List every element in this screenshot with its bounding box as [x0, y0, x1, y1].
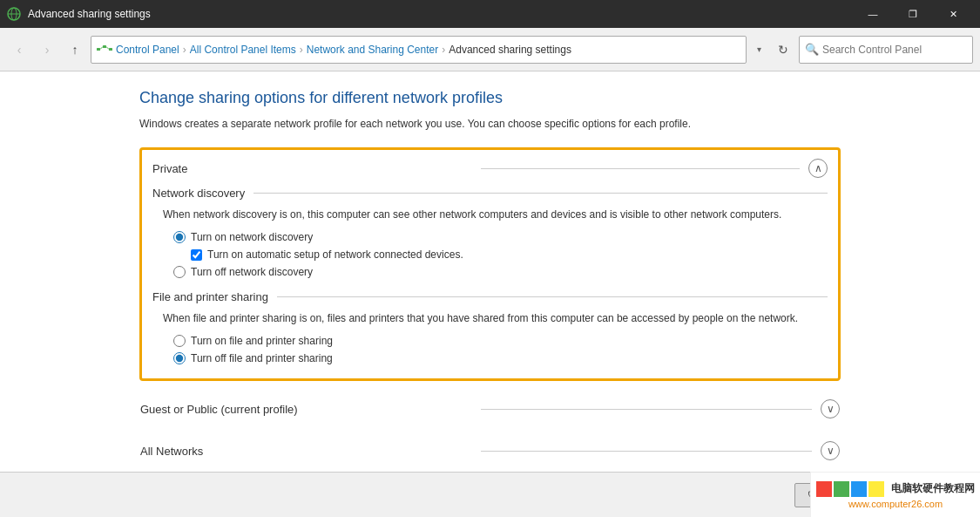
turn-on-network-discovery-radio[interactable]: [173, 231, 186, 243]
close-button[interactable]: ✕: [933, 0, 973, 28]
breadcrumb-control-panel[interactable]: Control Panel: [116, 44, 179, 56]
turn-on-network-discovery-option[interactable]: Turn on network discovery: [173, 231, 828, 243]
back-button[interactable]: ‹: [7, 37, 31, 62]
restore-button[interactable]: ❐: [893, 0, 933, 28]
page-description: Windows creates a separate network profi…: [139, 116, 841, 132]
addressbar: ‹ › ↑ Control Panel › All Control Panel …: [0, 28, 980, 71]
auto-setup-option[interactable]: Turn on automatic setup of network conne…: [191, 248, 828, 261]
search-box: 🔍: [799, 36, 973, 64]
minimize-button[interactable]: —: [853, 0, 893, 28]
network-discovery-desc: When network discovery is on, this compu…: [152, 207, 828, 222]
private-section-chevron[interactable]: ∧: [808, 159, 828, 178]
watermark: 电脑软硬件教程网 www.computer26.com: [810, 472, 980, 517]
turn-off-network-discovery-option[interactable]: Turn off network discovery: [173, 266, 828, 278]
watermark-top: 电脑软硬件教程网: [816, 481, 975, 497]
turn-off-network-discovery-radio[interactable]: [173, 266, 186, 278]
guest-section-header[interactable]: Guest or Public (current profile) ∨: [140, 392, 840, 425]
turn-off-file-sharing-label: Turn off file and printer sharing: [191, 352, 333, 364]
turn-off-file-sharing-option[interactable]: Turn off file and printer sharing: [173, 352, 828, 364]
guest-section: Guest or Public (current profile) ∨: [139, 391, 841, 426]
search-icon: 🔍: [805, 43, 819, 56]
private-section-line: [481, 168, 801, 169]
network-discovery-subsection: Network discovery When network discovery…: [152, 187, 828, 278]
guest-section-label: Guest or Public (current profile): [140, 403, 472, 416]
search-input[interactable]: [822, 44, 967, 56]
wm-yellow: [868, 481, 884, 497]
breadcrumb-current: Advanced sharing settings: [449, 44, 571, 56]
turn-off-network-discovery-label: Turn off network discovery: [191, 266, 313, 278]
breadcrumb-all-items[interactable]: All Control Panel Items: [190, 44, 296, 56]
watermark-url: www.computer26.com: [848, 499, 943, 509]
svg-line-7: [106, 46, 109, 49]
guest-section-chevron[interactable]: ∨: [821, 399, 840, 418]
network-discovery-header: Network discovery: [152, 187, 828, 200]
window-controls: — ❐ ✕: [853, 0, 973, 28]
all-networks-section: All Networks ∨: [139, 433, 841, 468]
turn-off-file-sharing-radio[interactable]: [173, 352, 186, 364]
all-networks-section-label: All Networks: [140, 445, 472, 458]
private-section: Private ∧ Network discovery When network…: [139, 147, 841, 381]
guest-section-line: [481, 409, 813, 410]
main-content: Change sharing options for different net…: [0, 71, 980, 472]
turn-on-file-sharing-label: Turn on file and printer sharing: [191, 335, 333, 347]
svg-line-6: [100, 46, 103, 49]
network-discovery-title: Network discovery: [152, 187, 245, 200]
watermark-label: 电脑软硬件教程网: [891, 481, 975, 497]
titlebar: Advanced sharing settings — ❐ ✕: [0, 0, 980, 28]
breadcrumb-network-sharing[interactable]: Network and Sharing Center: [307, 44, 438, 56]
private-section-label: Private: [152, 162, 472, 175]
turn-on-file-sharing-option[interactable]: Turn on file and printer sharing: [173, 335, 828, 347]
wm-blue: [851, 481, 867, 497]
up-button[interactable]: ↑: [63, 37, 87, 62]
page-title: Change sharing options for different net…: [139, 89, 841, 107]
all-networks-section-chevron[interactable]: ∨: [821, 441, 840, 460]
file-printer-options: Turn on file and printer sharing Turn of…: [152, 335, 828, 364]
turn-on-network-discovery-label: Turn on network discovery: [191, 231, 313, 243]
svg-rect-3: [97, 48, 100, 51]
file-printer-desc: When file and printer sharing is on, fil…: [152, 310, 828, 326]
file-printer-header: File and printer sharing: [152, 290, 828, 303]
breadcrumb-dropdown-button[interactable]: ▾: [750, 36, 767, 64]
auto-setup-label: Turn on automatic setup of network conne…: [207, 248, 463, 261]
turn-on-file-sharing-radio[interactable]: [173, 335, 186, 347]
svg-rect-4: [103, 45, 106, 48]
private-section-header[interactable]: Private ∧: [152, 150, 828, 187]
breadcrumb-bar: Control Panel › All Control Panel Items …: [91, 36, 747, 64]
auto-setup-checkbox[interactable]: [191, 249, 202, 261]
svg-rect-5: [109, 48, 112, 51]
wm-red: [816, 481, 832, 497]
app-icon: [7, 7, 21, 21]
file-printer-subsection: File and printer sharing When file and p…: [152, 290, 828, 364]
refresh-button[interactable]: ↻: [771, 37, 795, 62]
all-networks-section-line: [481, 451, 813, 452]
network-icon: [97, 42, 112, 58]
titlebar-title: Advanced sharing settings: [28, 8, 846, 20]
file-printer-title: File and printer sharing: [152, 290, 268, 303]
wm-green: [834, 481, 849, 497]
all-networks-section-header[interactable]: All Networks ∨: [140, 434, 840, 467]
network-discovery-options: Turn on network discovery Turn on automa…: [152, 231, 828, 278]
forward-button[interactable]: ›: [35, 37, 59, 62]
